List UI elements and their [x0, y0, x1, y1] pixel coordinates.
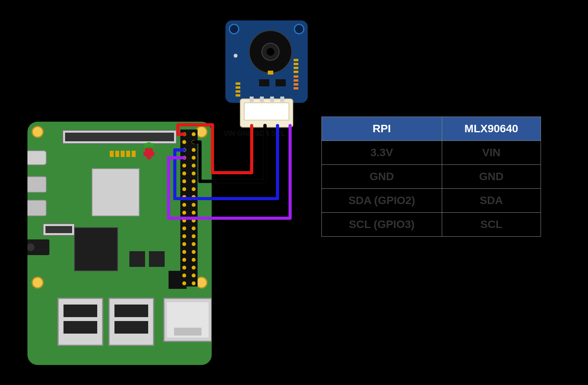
svg-rect-24 — [64, 305, 97, 317]
svg-point-65 — [192, 172, 196, 175]
svg-rect-105 — [260, 97, 264, 102]
table-header-rpi: RPI — [322, 117, 442, 141]
svg-rect-99 — [294, 79, 298, 82]
svg-rect-96 — [294, 67, 298, 69]
svg-point-56 — [182, 258, 186, 262]
svg-point-47 — [182, 187, 186, 191]
svg-point-62 — [192, 148, 196, 152]
svg-rect-106 — [270, 97, 274, 102]
svg-point-68 — [192, 195, 196, 199]
svg-point-64 — [192, 164, 196, 168]
svg-point-73 — [192, 234, 196, 238]
svg-point-71 — [192, 219, 196, 223]
svg-rect-89 — [276, 79, 286, 86]
svg-rect-35 — [110, 151, 114, 157]
svg-rect-94 — [294, 59, 298, 61]
svg-point-81 — [229, 24, 239, 34]
svg-point-42 — [182, 148, 186, 152]
svg-point-63 — [192, 156, 196, 160]
gpio-header — [180, 130, 198, 286]
svg-rect-38 — [126, 151, 130, 157]
svg-point-61 — [192, 140, 196, 144]
svg-rect-107 — [280, 97, 284, 102]
cell-mlx: VIN — [442, 141, 541, 165]
svg-point-87 — [234, 54, 238, 58]
svg-rect-14 — [92, 169, 139, 216]
svg-point-3 — [32, 277, 43, 288]
svg-rect-90 — [236, 82, 240, 85]
cell-mlx: SCL — [442, 213, 541, 237]
svg-rect-27 — [114, 305, 148, 317]
svg-rect-16 — [129, 251, 145, 267]
svg-rect-88 — [259, 79, 269, 86]
svg-rect-6 — [65, 133, 174, 141]
svg-point-51 — [182, 219, 186, 223]
svg-point-44 — [182, 164, 186, 168]
svg-point-34 — [147, 150, 151, 155]
table-row: SCL (GPIO3) SCL — [322, 213, 541, 237]
svg-rect-95 — [294, 63, 298, 65]
wiring-diagram: VIN GND SDA SCL RPI MLX90640 3.3V VIN — [0, 0, 588, 385]
svg-rect-19 — [169, 271, 187, 289]
svg-point-43 — [182, 156, 186, 160]
svg-rect-9 — [27, 151, 46, 165]
svg-point-82 — [294, 24, 304, 34]
svg-point-1 — [32, 126, 43, 137]
table-row: 3.3V VIN — [322, 141, 541, 165]
svg-rect-91 — [236, 86, 240, 89]
svg-point-2 — [196, 126, 207, 137]
svg-point-40 — [182, 132, 186, 136]
svg-rect-8 — [45, 226, 72, 233]
svg-point-46 — [182, 179, 186, 183]
svg-point-75 — [192, 250, 196, 254]
svg-point-77 — [192, 266, 196, 270]
svg-rect-22 — [174, 328, 201, 336]
svg-rect-104 — [250, 97, 254, 102]
cell-mlx: SDA — [442, 189, 541, 213]
svg-rect-17 — [149, 251, 165, 267]
svg-point-69 — [192, 203, 196, 207]
svg-point-79 — [192, 281, 196, 285]
svg-rect-101 — [294, 87, 298, 89]
svg-rect-86 — [268, 71, 273, 75]
svg-point-72 — [192, 226, 196, 230]
svg-rect-25 — [64, 321, 97, 334]
cell-rpi: SDA (GPIO2) — [322, 189, 442, 213]
table-header-mlx: MLX90640 — [442, 117, 541, 141]
mlx90640-module — [225, 20, 308, 129]
svg-point-54 — [182, 242, 186, 246]
svg-point-85 — [267, 48, 274, 56]
svg-point-66 — [192, 179, 196, 183]
sensor-pin-labels: VIN GND SDA SCL — [223, 130, 285, 138]
svg-rect-37 — [121, 151, 125, 157]
table-row: SDA (GPIO2) SDA — [322, 189, 541, 213]
cell-mlx: GND — [442, 165, 541, 189]
svg-rect-98 — [294, 75, 298, 78]
svg-point-41 — [182, 140, 186, 144]
cell-rpi: SCL (GPIO3) — [322, 213, 442, 237]
svg-point-59 — [182, 281, 186, 285]
svg-point-45 — [182, 172, 186, 175]
svg-point-70 — [192, 211, 196, 215]
svg-point-55 — [182, 250, 186, 254]
svg-rect-15 — [74, 228, 118, 271]
svg-point-48 — [182, 195, 186, 199]
svg-point-67 — [192, 187, 196, 191]
svg-rect-28 — [114, 321, 148, 334]
svg-point-50 — [182, 211, 186, 215]
svg-rect-97 — [294, 71, 298, 73]
svg-rect-10 — [27, 177, 46, 192]
svg-point-78 — [192, 274, 196, 277]
svg-rect-93 — [236, 94, 240, 97]
svg-rect-100 — [294, 83, 298, 86]
svg-rect-103 — [244, 103, 289, 120]
svg-point-58 — [182, 274, 186, 277]
svg-rect-11 — [27, 200, 46, 216]
svg-rect-18 — [180, 130, 198, 286]
raspberry-pi-board — [27, 122, 212, 365]
svg-point-57 — [182, 266, 186, 270]
svg-point-74 — [192, 242, 196, 246]
cell-rpi: GND — [322, 165, 442, 189]
svg-rect-92 — [236, 90, 240, 93]
svg-point-52 — [182, 226, 186, 230]
